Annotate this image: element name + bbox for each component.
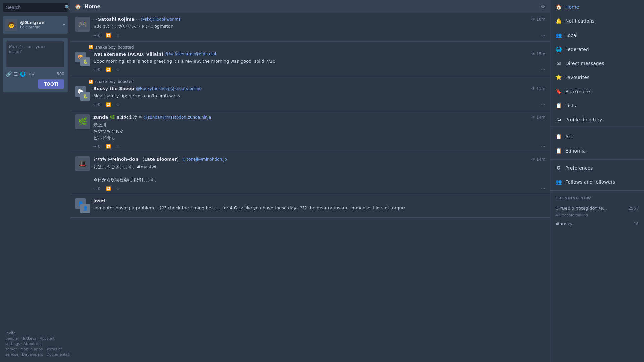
eunomia-icon: 📋	[556, 148, 562, 154]
post-avatar-dual: 🐑 🐍	[75, 86, 90, 101]
post-text: computer having a problem... ??? check t…	[93, 205, 545, 212]
more-button[interactable]: ···	[541, 144, 545, 149]
compose-input[interactable]	[6, 41, 64, 68]
post-author: josef	[93, 198, 105, 203]
profile-section[interactable]: 🧑 @Gargron Edit profile ▾	[3, 16, 68, 34]
developers-link[interactable]: Developers	[22, 352, 43, 357]
post-actions: ↩ 0 🔁 ☆ ···	[93, 144, 545, 149]
trending-tag: #husky	[556, 221, 572, 226]
search-box[interactable]: 🔍	[3, 3, 68, 12]
favourite-button[interactable]: ☆	[116, 144, 120, 149]
filter-icon[interactable]: ⚙	[541, 3, 545, 10]
table-row: 👤 👤 josef computer having a problem... ?…	[70, 195, 550, 218]
sidebar-item-profile-directory[interactable]: 🗂 Profile directory	[550, 113, 644, 127]
cw-label[interactable]: cw	[29, 72, 35, 76]
post-actions: ↩ 0 🔁 ☆ ···	[93, 67, 545, 72]
post-author: zunda 🌿 nはおまけ ✏️	[93, 114, 142, 120]
post-actions: ↩ 0 🔁 ☆ ···	[93, 186, 545, 191]
post-avatar-boost: 🐍	[80, 92, 90, 101]
trending-count: 256 /	[628, 206, 639, 211]
globe-icon: 🌐	[556, 46, 562, 52]
compose-toolbar: 🔗 ☰ 🌐 cw 500	[6, 71, 64, 77]
boost-username: snake boy	[95, 45, 116, 50]
hotkeys-link[interactable]: Hotkeys	[21, 336, 36, 341]
boost-button[interactable]: 🔁	[106, 102, 111, 107]
sidebar-item-eunomia[interactable]: 📋 Eunomia	[550, 144, 644, 158]
boost-username: snake boy	[95, 79, 116, 84]
post-time: 👁 10m	[531, 17, 545, 22]
sidebar-item-federated[interactable]: 🌐 Federated	[550, 42, 644, 56]
post-body: Bucky the Sheep @Buckythesheep@snouts.on…	[93, 86, 545, 107]
search-input[interactable]	[6, 5, 65, 10]
boost-prefix-icon: ⇔	[93, 17, 97, 22]
favourite-button[interactable]: ☆	[116, 33, 120, 38]
post-handle: @zundan@mastodon.zunda.ninja	[144, 115, 211, 120]
art-icon: 📋	[556, 134, 562, 140]
reply-button[interactable]: ↩ 0	[93, 33, 101, 38]
post-author: Satoshi Kojima	[98, 17, 135, 22]
profile-username: @Gargron	[20, 20, 45, 25]
sidebar-item-bookmarks[interactable]: 🔖 Bookmarks	[550, 84, 644, 99]
boost-button[interactable]: 🔁	[106, 33, 111, 38]
post-avatar: 🎮	[75, 17, 90, 32]
visibility-icon: 👁	[531, 86, 535, 91]
favourite-button[interactable]: ☆	[116, 186, 120, 191]
boost-button[interactable]: 🔁	[106, 186, 111, 191]
trending-tag: #PuebloProtegidoYRe...	[556, 206, 607, 211]
more-button[interactable]: ···	[541, 102, 545, 107]
sidebar-item-direct-messages[interactable]: ✉️ Direct messages	[550, 56, 644, 70]
visibility-icon: 👁	[531, 17, 535, 22]
chevron-down-icon: ▾	[63, 22, 65, 27]
boost-button[interactable]: 🔁	[106, 144, 111, 149]
feed-title-text: Home	[84, 4, 101, 10]
bell-icon: 🔔	[556, 18, 562, 24]
favourite-button[interactable]: ☆	[116, 67, 120, 72]
left-sidebar: 🔍 🧑 @Gargron Edit profile ▾ 🔗 ☰ 🌐 cw 500…	[0, 0, 70, 362]
toot-button[interactable]: TOOT!	[38, 79, 64, 89]
sidebar-item-label: Home	[565, 4, 579, 10]
sidebar-item-favourites[interactable]: ⭐ Favourites	[550, 70, 644, 84]
sidebar-item-follows-followers[interactable]: 👥 Follows and followers	[550, 175, 644, 189]
post-text: #おはようございマストドン #ogmstdn	[93, 23, 545, 30]
sidebar-item-label: Bookmarks	[565, 89, 591, 94]
boost-line: 🔁 snake boy boosted	[89, 79, 545, 84]
reply-button[interactable]: ↩ 0	[93, 144, 101, 149]
post-body: josef computer having a problem... ??? c…	[93, 198, 545, 214]
favourite-button[interactable]: ☆	[116, 102, 120, 107]
nav-divider-2	[550, 159, 644, 160]
nav-divider	[550, 128, 644, 128]
post-author: Bucky the Sheep	[93, 86, 135, 91]
sidebar-item-preferences[interactable]: ⚙️ Preferences	[550, 161, 644, 175]
attachment-icon[interactable]: 🔗	[6, 71, 12, 77]
post-avatar-boost: 👤	[80, 204, 90, 213]
trending-people: 42 people talking	[556, 213, 639, 217]
sidebar-item-notifications[interactable]: 🔔 Notifications	[550, 14, 644, 28]
post-body: zunda 🌿 nはおまけ ✏️ @zundan@mastodon.zunda.…	[93, 114, 545, 149]
list-icon[interactable]: ☰	[14, 71, 18, 77]
invite-people-link[interactable]: Invite people	[5, 331, 18, 341]
post-author: とねち @Minoh-don （Late Bloomer）	[93, 156, 181, 162]
nav-divider-3	[550, 190, 644, 191]
directory-icon: 🗂	[556, 117, 562, 123]
main-feed: 🏠 Home ⚙ 🎮 ⇔ Satoshi Kojima ⇔ @skoj@book…	[70, 0, 550, 362]
sidebar-item-local[interactable]: 👥 Local	[550, 28, 644, 42]
mobile-apps-link[interactable]: Mobile apps	[20, 347, 43, 351]
reply-button[interactable]: ↩ 0	[93, 67, 101, 72]
boost-icon: 🔁	[89, 45, 93, 49]
list-item[interactable]: #PuebloProtegidoYRe... 256 /	[556, 204, 639, 213]
reply-button[interactable]: ↩ 0	[93, 102, 101, 107]
globe-icon[interactable]: 🌐	[20, 71, 26, 77]
more-button[interactable]: ···	[541, 67, 545, 72]
list-item[interactable]: #husky 16	[556, 219, 639, 228]
post-time: 👁 15m	[531, 52, 545, 56]
boost-button[interactable]: 🔁	[106, 67, 111, 72]
sidebar-item-label: Notifications	[565, 18, 595, 24]
post-avatar-boost: 🐍	[80, 57, 90, 66]
reply-button[interactable]: ↩ 0	[93, 186, 101, 191]
more-button[interactable]: ···	[541, 186, 545, 191]
more-button[interactable]: ···	[541, 33, 545, 38]
sidebar-item-home[interactable]: 🏠 Home	[550, 0, 644, 14]
feed-title: 🏠 Home	[75, 4, 101, 10]
sidebar-item-art[interactable]: 📋 Art	[550, 130, 644, 144]
sidebar-item-lists[interactable]: 📋 Lists	[550, 99, 644, 113]
